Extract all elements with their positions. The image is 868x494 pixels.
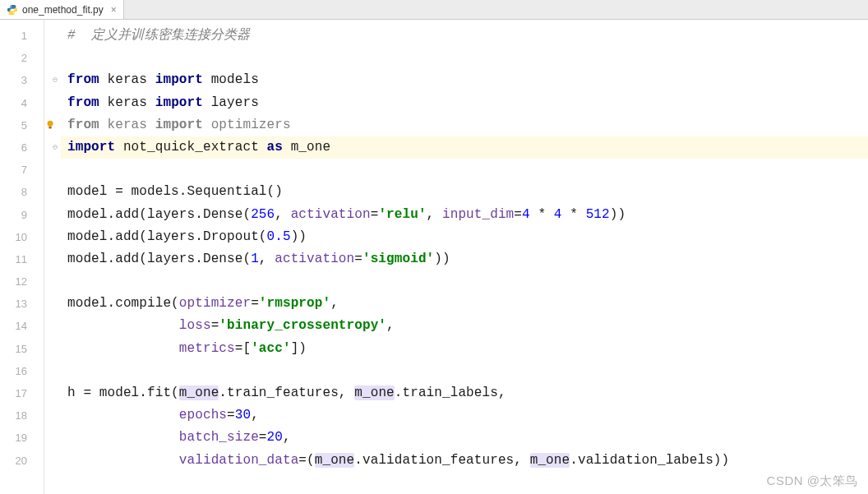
code-area[interactable]: # 定义并训练密集连接分类器 from keras import models …: [61, 20, 868, 494]
editor: 1 2 3 4 5 6 7 8 9 10 11 12 13 14 15 16 1…: [0, 20, 868, 494]
line-number[interactable]: 8: [0, 181, 44, 203]
line-number[interactable]: 18: [0, 404, 44, 427]
line-number[interactable]: 19: [0, 427, 44, 449]
tab-bar: one_method_fit.py ×: [0, 0, 868, 20]
code-line: epochs=30,: [61, 404, 868, 427]
code-line: from keras import optimizers: [61, 114, 868, 136]
fold-icon[interactable]: ⊖: [51, 144, 59, 152]
line-number[interactable]: 17: [0, 382, 44, 404]
code-line: h = model.fit(m_one.train_features, m_on…: [61, 382, 868, 404]
code-line-active: import not_quick_extract as m_one: [61, 136, 868, 159]
code-line: [61, 360, 868, 382]
code-line: model.add(layers.Dropout(0.5)): [61, 226, 868, 248]
line-number[interactable]: 7: [0, 159, 44, 181]
code-line: model.compile(optimizer='rmsprop',: [61, 293, 868, 315]
line-number[interactable]: 9: [0, 204, 44, 226]
line-number[interactable]: 15: [0, 338, 44, 360]
line-number[interactable]: 13: [0, 293, 44, 315]
code-line: model = models.Sequential(): [61, 181, 868, 203]
line-number[interactable]: 6: [0, 136, 44, 159]
svg-rect-1: [48, 127, 52, 129]
svg-point-0: [48, 121, 53, 127]
python-file-icon: [7, 4, 18, 16]
watermark-text: CSDN @太笨鸟: [767, 473, 858, 489]
code-line: model.add(layers.Dense(256, activation='…: [61, 204, 868, 226]
code-line: loss='binary_crossentropy',: [61, 315, 868, 337]
tab-filename: one_method_fit.py: [22, 4, 104, 16]
code-line: from keras import models: [61, 69, 868, 91]
line-number[interactable]: 11: [0, 248, 44, 270]
line-number[interactable]: 4: [0, 92, 44, 114]
line-number[interactable]: 20: [0, 450, 44, 472]
usage-highlight: m_one: [315, 453, 355, 468]
line-number[interactable]: 2: [0, 47, 44, 69]
intention-bulb-icon[interactable]: [44, 119, 56, 131]
code-line: validation_data=(m_one.validation_featur…: [61, 450, 868, 472]
gutter-marker-strip: ⊖ ⊖: [44, 20, 61, 494]
code-line: model.add(layers.Dense(1, activation='si…: [61, 248, 868, 270]
code-line: [61, 47, 868, 69]
close-icon[interactable]: ×: [111, 4, 117, 16]
code-line: from keras import layers: [61, 92, 868, 114]
line-number[interactable]: 12: [0, 270, 44, 293]
code-line: [61, 270, 868, 293]
code-line: metrics=['acc']): [61, 338, 868, 360]
usage-highlight: m_one: [530, 453, 570, 468]
line-number[interactable]: 10: [0, 226, 44, 248]
code-line: [61, 159, 868, 181]
usage-highlight: m_one: [354, 386, 395, 400]
line-number[interactable]: 14: [0, 315, 44, 337]
usage-highlight: m_one: [179, 386, 219, 400]
line-number[interactable]: 16: [0, 360, 44, 382]
line-number[interactable]: 1: [0, 25, 44, 47]
code-line: batch_size=20,: [61, 427, 868, 449]
line-number[interactable]: 5: [0, 114, 44, 136]
code-line: # 定义并训练密集连接分类器: [61, 25, 868, 47]
file-tab[interactable]: one_method_fit.py ×: [0, 0, 124, 19]
fold-icon[interactable]: ⊖: [51, 76, 59, 85]
line-number[interactable]: 3: [0, 69, 44, 91]
line-number-gutter: 1 2 3 4 5 6 7 8 9 10 11 12 13 14 15 16 1…: [0, 20, 44, 494]
